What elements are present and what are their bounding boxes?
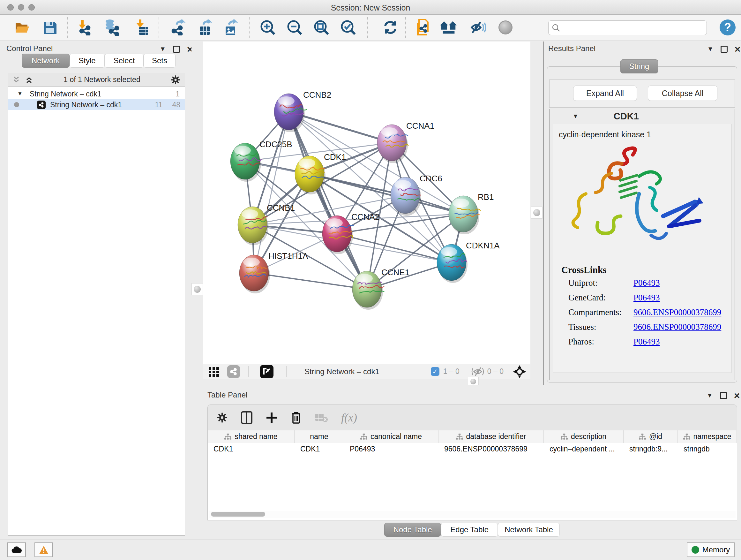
column-header-namespace[interactable]: namespace [678, 430, 737, 443]
right-splitter-knob[interactable] [531, 206, 542, 219]
collapse-all-button[interactable]: Collapse All [648, 85, 718, 101]
table-settings-gear-icon[interactable] [217, 412, 227, 423]
column-header-canonical-name[interactable]: canonical name [344, 430, 439, 443]
grid-view-icon[interactable] [208, 366, 219, 377]
network-node-CCNB1[interactable]: CCNB1 [238, 203, 295, 245]
left-splitter[interactable] [192, 42, 203, 385]
table-panel-menu-icon[interactable]: ▼ [706, 392, 713, 399]
table-cell[interactable]: CDK1 [294, 445, 344, 453]
cloud-button[interactable] [7, 543, 26, 557]
tab-network[interactable]: Network [22, 54, 70, 68]
zoom-in-icon[interactable] [259, 18, 277, 37]
horizontal-splitter[interactable] [203, 379, 530, 385]
network-node-CDKN1A[interactable]: CDKN1A [437, 241, 500, 283]
network-edge[interactable] [254, 273, 367, 289]
table-cell[interactable]: 9606.ENSP00000378699 [439, 445, 544, 453]
zoom-fit-icon[interactable] [313, 18, 330, 37]
pan-crosshair-icon[interactable] [513, 365, 526, 378]
table-cell[interactable]: CDK1 [208, 445, 294, 453]
node-label: CCNE1 [381, 267, 409, 277]
export-network-icon[interactable] [169, 18, 186, 37]
export-image-icon[interactable] [221, 18, 239, 37]
crosslink-tissues-link[interactable]: 9606.ENSP00000378699 [633, 322, 721, 332]
right-splitter[interactable] [531, 42, 543, 385]
zoom-out-icon[interactable] [286, 18, 304, 37]
update-network-icon[interactable] [381, 18, 399, 37]
network-node-CCNE1[interactable]: CCNE1 [352, 267, 409, 310]
birdseye-view-icon[interactable] [260, 365, 273, 378]
inactive-eye-icon[interactable] [496, 18, 515, 37]
crosslink-compartments-link[interactable]: 9606.ENSP00000378699 [633, 307, 721, 317]
zoom-selected-icon[interactable] [339, 18, 357, 37]
gene-section-header[interactable]: ▼ CDK1 [549, 109, 735, 123]
search-input[interactable] [562, 23, 703, 32]
table-panel-close-icon[interactable]: × [734, 392, 740, 399]
expand-all-chevron-icon[interactable] [25, 76, 33, 84]
clone-network-icon[interactable] [414, 18, 432, 37]
column-header-name[interactable]: name [294, 430, 344, 443]
tab-edge-table[interactable]: Edge Table [441, 523, 498, 537]
network-node-CDC6[interactable]: CDC6 [391, 174, 442, 216]
table-cell[interactable]: stringdb [678, 445, 737, 453]
results-panel-menu-icon[interactable]: ▼ [707, 45, 714, 53]
tab-network-table[interactable]: Network Table [498, 523, 560, 537]
import-table-file-icon[interactable] [133, 18, 151, 37]
tab-select[interactable]: Select [105, 54, 144, 68]
table-cell[interactable]: stringdb:9... [623, 445, 678, 453]
table-cell[interactable]: P06493 [344, 445, 439, 453]
network-node-CDK1[interactable]: CDK1 [295, 152, 346, 194]
network-row[interactable]: String Network – cdk1 11 48 [8, 99, 185, 110]
save-session-icon[interactable] [41, 18, 59, 37]
scrollbar-thumb[interactable] [211, 512, 265, 516]
network-edge[interactable] [289, 112, 367, 289]
tab-style[interactable]: Style [70, 54, 105, 68]
add-column-icon[interactable] [266, 412, 277, 423]
import-network-database-icon[interactable] [103, 18, 120, 37]
expand-all-button[interactable]: Expand All [573, 85, 637, 101]
string-view-icon[interactable] [227, 365, 240, 378]
warnings-button[interactable] [35, 543, 53, 557]
table-panel-float-icon[interactable] [720, 392, 727, 399]
horizontal-scrollbar[interactable] [209, 511, 736, 518]
results-panel-float-icon[interactable] [721, 46, 728, 53]
network-node-CCNA2[interactable]: CCNA2 [322, 212, 380, 254]
show-columns-icon[interactable] [241, 411, 253, 424]
control-panel-menu-icon[interactable]: ▼ [159, 45, 166, 53]
houses-icon[interactable] [440, 18, 458, 37]
collection-expander-icon[interactable]: ▼ [17, 91, 23, 97]
memory-button[interactable]: Memory [687, 543, 735, 557]
network-node-HIST1H1A[interactable]: HIST1H1A [239, 251, 308, 294]
column-header-description[interactable]: description [544, 430, 623, 443]
tab-string[interactable]: String [620, 59, 658, 73]
network-collection-row[interactable]: ▼ String Network – cdk1 1 [8, 88, 185, 99]
help-icon[interactable]: ? [719, 18, 737, 37]
hide-unhide-icon[interactable] [469, 18, 487, 37]
network-options-gear-icon[interactable] [171, 75, 180, 84]
left-splitter-knob[interactable] [192, 283, 203, 295]
column-network-icon [639, 434, 646, 440]
column-header--id[interactable]: @id [623, 430, 678, 443]
selected-checkbox-icon[interactable]: ✓ [431, 367, 440, 376]
search-box[interactable] [548, 20, 707, 35]
table-cell[interactable]: cyclin–dependent ... [544, 445, 623, 453]
table-row[interactable]: CDK1CDK1P064939606.ENSP00000378699cyclin… [208, 443, 737, 455]
column-header-database-identifier[interactable]: database identifier [439, 430, 544, 443]
delete-column-icon[interactable] [291, 411, 301, 424]
network-node-CCNB2[interactable]: CCNB2 [274, 90, 331, 132]
export-table-icon[interactable] [195, 18, 213, 37]
open-session-icon[interactable] [13, 18, 31, 37]
network-canvas[interactable]: CCNB2CCNA1CDC25BCDK1CDC6RB1CCNB1CCNA2CDK… [203, 42, 530, 364]
tab-sets[interactable]: Sets [144, 54, 176, 68]
column-header-shared-name[interactable]: shared name [208, 430, 294, 443]
collapse-all-chevron-icon[interactable] [12, 76, 20, 84]
tab-node-table[interactable]: Node Table [384, 523, 441, 537]
network-node-CDC25B[interactable]: CDC25B [230, 139, 292, 182]
crosslink-uniprot-link[interactable]: P06493 [633, 278, 660, 288]
import-network-file-icon[interactable] [76, 18, 93, 37]
crosslink-pharos-link[interactable]: P06493 [633, 337, 660, 347]
results-panel-close-icon[interactable]: × [735, 46, 741, 53]
network-node-RB1[interactable]: RB1 [449, 192, 494, 234]
control-panel-float-icon[interactable] [173, 46, 180, 53]
gene-expander-icon[interactable]: ▼ [572, 113, 579, 120]
crosslink-genecard-link[interactable]: P06493 [633, 293, 660, 303]
